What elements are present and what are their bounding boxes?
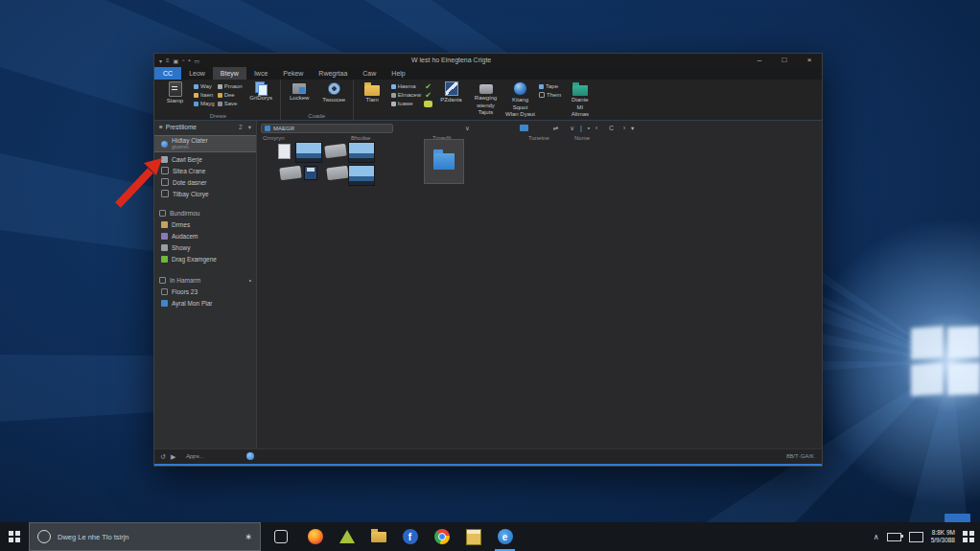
tab-1[interactable]: Leow <box>181 67 213 80</box>
file-photo-1[interactable] <box>295 142 322 163</box>
minimize-button[interactable]: – <box>747 54 772 67</box>
file-polaroid-2[interactable] <box>279 166 301 181</box>
maximize-button[interactable]: □ <box>772 54 797 67</box>
select-icon[interactable] <box>424 101 432 107</box>
ribbon-group-2: Lockew Twoocee Coade <box>281 80 354 120</box>
tab-3[interactable]: Iwce <box>246 67 275 80</box>
view-icon[interactable]: ▪ <box>588 125 590 131</box>
check-icon[interactable]: ✔ <box>425 83 432 90</box>
check-icon-2[interactable]: ✔ <box>425 92 432 99</box>
pin-chevron-icon[interactable]: ▾ <box>248 124 251 131</box>
item-icon <box>391 84 396 89</box>
more-dropdown-icon[interactable]: ▾ <box>631 125 634 132</box>
sidebar-item-showy[interactable]: Showy <box>154 241 256 253</box>
stamp-button[interactable]: Stamp <box>159 80 191 104</box>
start-button[interactable] <box>0 522 29 551</box>
notification-badge[interactable] <box>945 514 970 522</box>
sidebar-item-drag[interactable]: Drag Examgene <box>154 253 256 264</box>
tab-7[interactable]: Help <box>384 67 412 80</box>
tab-4[interactable]: Pekew <box>275 67 311 80</box>
file-list-area[interactable]: MAEGR ∨ ⇄ ∨ | ▪ ‹ C › ▾ Crmyryn Bhodse T… <box>257 121 822 449</box>
expand-dot-icon[interactable]: • <box>249 277 251 284</box>
dtante-button[interactable]: Dtante MI Altmas <box>564 80 595 118</box>
triangle-app-icon <box>339 530 355 543</box>
twoocee-button[interactable]: Twoocee <box>318 80 350 103</box>
small-button-tape[interactable]: Tape <box>539 83 561 89</box>
sort-icon[interactable]: ∨ <box>570 125 574 132</box>
annotation-arrow <box>101 142 187 223</box>
file-explorer-window: ▾ ≡ ▣ ▫ ▪ ▭ W lest ho Einegtena Crigte –… <box>153 53 823 467</box>
taskbar-app-notes[interactable] <box>457 522 489 551</box>
drive-icon <box>161 288 168 295</box>
action-center-icon[interactable] <box>963 531 974 542</box>
tlam-new-folder-button[interactable]: Tlam <box>357 80 388 103</box>
undo-icon[interactable]: ↺ <box>160 452 166 461</box>
taskbar-search[interactable]: Dweg Le nhe Tlo tsirjn ∗ <box>29 522 261 551</box>
taskbar-app-f[interactable]: f <box>394 522 426 551</box>
file-polaroid-3[interactable] <box>326 166 348 181</box>
blue-folder-icon[interactable] <box>520 125 528 131</box>
qat-properties-icon[interactable]: ▣ <box>174 57 179 64</box>
sidebar-header[interactable]: ≡ Prestiliome 2 ▾ <box>154 121 256 133</box>
taskbar-app-firefox[interactable] <box>299 522 331 551</box>
battery-icon[interactable] <box>887 533 901 541</box>
small-buttons-col-b: Pmaon Dee Save <box>218 80 243 106</box>
pzdania-button[interactable]: PZdania <box>435 80 467 103</box>
gridorys-button[interactable]: GriDorys <box>245 80 277 102</box>
file-document[interactable] <box>278 144 291 159</box>
task-view-button[interactable] <box>274 530 288 543</box>
selected-folder-tile[interactable] <box>424 139 464 184</box>
rename-icon <box>218 102 222 106</box>
edit-icon <box>539 92 545 98</box>
small-button-itaen[interactable]: Itaen <box>194 92 215 98</box>
taskbar-app-edge-active[interactable]: e <box>489 522 521 551</box>
forward-chevron-icon[interactable]: › <box>623 125 625 131</box>
small-button-hasma[interactable]: Hasma <box>391 83 421 89</box>
keyboard-language-icon[interactable] <box>909 532 923 542</box>
address-bar[interactable]: MAEGR <box>261 124 393 133</box>
chevron-down-icon[interactable]: ∨ <box>465 125 470 132</box>
taskbar-app-chrome[interactable] <box>426 522 457 551</box>
small-button-mayg[interactable]: Mayg <box>194 101 215 106</box>
rawging-button[interactable]: Rawging wiendy Tajuts <box>470 80 502 116</box>
qat-dropdown-icon[interactable]: ▾ <box>159 57 162 64</box>
kitang-button[interactable]: Kitang Squot Wlan Dyaut <box>504 80 536 118</box>
tab-5[interactable]: Rwegrtaa <box>311 67 355 80</box>
small-button-dee[interactable]: Dee <box>218 92 243 98</box>
onedrive-sync-icon[interactable] <box>246 452 254 460</box>
title-bar[interactable]: ▾ ≡ ▣ ▫ ▪ ▭ W lest ho Einegtena Crigte –… <box>154 54 822 67</box>
tab-2-selected[interactable]: Bteyw <box>213 67 246 80</box>
qat-menu-icon[interactable]: ≡ <box>166 57 170 64</box>
disc-icon <box>327 81 341 96</box>
small-button-way[interactable]: Way <box>194 83 215 89</box>
tab-6[interactable]: Caw <box>355 67 384 80</box>
sidebar-item-floors[interactable]: Floors 23 <box>154 286 256 297</box>
small-button-iuawe[interactable]: Iuawe <box>391 101 421 106</box>
close-button[interactable]: × <box>797 54 822 67</box>
taskbar-app-green[interactable] <box>331 522 362 551</box>
file-polaroid-1[interactable] <box>324 144 346 159</box>
back-chevron-icon[interactable]: ‹ <box>595 125 597 131</box>
tab-file[interactable]: CC <box>154 67 181 80</box>
file-floppy[interactable] <box>304 166 317 180</box>
small-button-save[interactable]: Save <box>218 101 243 106</box>
sidebar-item-audacem[interactable]: Audacem <box>154 230 256 241</box>
small-button-them[interactable]: Them <box>539 92 561 98</box>
file-photo-3[interactable] <box>348 165 375 186</box>
small-button-pmaon[interactable]: Pmaon <box>218 83 243 89</box>
file-photo-2[interactable] <box>348 142 375 163</box>
small-buttons-col-a: Way Itaen Mayg <box>194 80 215 106</box>
taskbar-clock[interactable]: 8:8K 9M 5/9/3088 <box>931 529 955 544</box>
sync-icon[interactable]: ⇄ <box>553 125 558 132</box>
sidebar-group3-header[interactable]: In Hamarm • <box>154 274 256 286</box>
small-button-elmacew[interactable]: Elmacew <box>391 92 421 98</box>
copy-documents-icon <box>255 81 268 94</box>
sidebar-item-ayral[interactable]: Ayral Mon Plar <box>154 297 256 309</box>
refresh-icon[interactable]: C <box>609 125 614 131</box>
qat-newfolder-icon[interactable]: ▫ <box>182 57 184 64</box>
taskbar-app-explorer[interactable] <box>362 522 394 551</box>
lockew-button[interactable]: Lockew <box>284 80 315 102</box>
show-hidden-icons-chevron[interactable]: ∧ <box>874 533 879 541</box>
quick-access-toolbar[interactable]: ▾ ≡ ▣ ▫ ▪ ▭ <box>154 57 199 64</box>
play-icon[interactable]: ▶ <box>171 452 175 461</box>
